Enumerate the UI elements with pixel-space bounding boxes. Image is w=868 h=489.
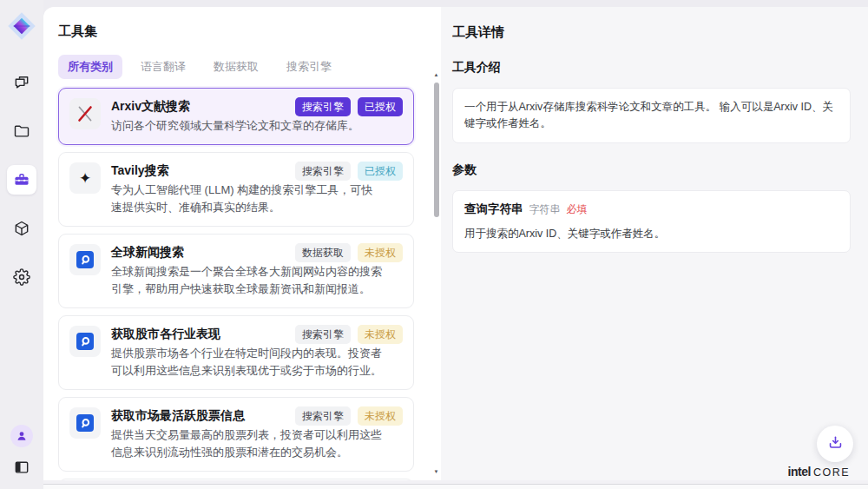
param-type: 字符串	[529, 202, 561, 217]
intro-heading: 工具介绍	[452, 60, 851, 76]
category-tab-1[interactable]: 语言翻译	[131, 55, 195, 79]
category-tab-3[interactable]: 搜索引擎	[277, 55, 341, 79]
quest-icon	[69, 407, 101, 439]
left-sidebar	[0, 0, 43, 489]
param-required-badge: 必填	[567, 202, 588, 217]
quest-icon	[69, 244, 101, 275]
tab-label: 所有类别	[68, 60, 113, 73]
tool-description: 全球新闻搜索是一个聚合全球各大新闻网站内容的搜索引擎，帮助用户快速获取全球最新资…	[111, 263, 382, 298]
param-desc: 用于搜索的Arxiv ID、关键字或作者姓名。	[464, 226, 838, 241]
chat-icon[interactable]	[7, 68, 36, 97]
download-icon	[827, 434, 844, 454]
scroll-down-arrow[interactable]: ▼	[432, 468, 440, 475]
tool-detail-panel: 工具详情 工具介绍 一个用于从Arxiv存储库搜索科学论文和文章的工具。 输入可…	[441, 7, 868, 480]
tab-label: 语言翻译	[141, 60, 186, 73]
category-badge: 搜索引擎	[295, 406, 351, 426]
param-name: 查询字符串	[464, 202, 523, 217]
parameter-card: 查询字符串 字符串 必填 用于搜索的Arxiv ID、关键字或作者姓名。	[452, 190, 851, 253]
category-tabs: 所有类别 语言翻译 数据获取 搜索引擎	[58, 55, 427, 79]
auth-status-badge: 未授权	[358, 243, 403, 262]
tool-list-item[interactable]: 全球新闻搜索 全球新闻搜索是一个聚合全球各大新闻网站内容的搜索引擎，帮助用户快速…	[58, 234, 414, 308]
category-badge: 搜索引擎	[295, 162, 351, 181]
category-tab-0[interactable]: 所有类别	[58, 55, 122, 79]
auth-status-badge: 未授权	[358, 406, 403, 426]
window-bottom-strip-2	[43, 485, 868, 489]
panels-icon[interactable]	[10, 456, 33, 479]
list-scrollbar[interactable]: ▲ ▼	[432, 71, 440, 475]
page-title: 工具集	[58, 23, 427, 40]
scroll-up-arrow[interactable]: ▲	[432, 71, 440, 78]
user-avatar-icon[interactable]	[10, 425, 33, 447]
arxiv-icon	[69, 98, 101, 129]
tool-description: 访问各个研究领域大量科学论文和文章的存储库。	[111, 117, 382, 135]
quest-icon	[69, 326, 101, 357]
category-badge: 数据获取	[295, 243, 351, 262]
tool-description: 提供当天交易量最高的股票列表，投资者可以利用这些信息来识别流动性强的股票和潜在的…	[111, 426, 382, 461]
tab-label: 数据获取	[214, 60, 259, 73]
params-heading: 参数	[452, 162, 851, 178]
tab-label: 搜索引擎	[286, 60, 332, 73]
auth-status-badge: 未授权	[358, 325, 403, 344]
detail-title: 工具详情	[452, 24, 851, 41]
scrollbar-thumb[interactable]	[434, 83, 439, 217]
tool-list-panel: 工具集 所有类别 语言翻译 数据获取 搜索引擎 Arxiv文献搜索 访问各个研究…	[43, 7, 441, 480]
download-button[interactable]	[817, 426, 853, 462]
tool-list-item[interactable]: Arxiv文献搜索 访问各个研究领域大量科学论文和文章的存储库。 搜索引擎 已授…	[58, 88, 414, 145]
tool-list-item[interactable]: 获取市场最活跃股票信息 提供当天交易量最高的股票列表，投资者可以利用这些信息来识…	[58, 397, 414, 472]
cube-icon[interactable]	[7, 214, 36, 243]
category-badge: 搜索引擎	[295, 97, 351, 116]
tool-description: 提供股票市场各个行业在特定时间段内的表现。投资者可以利用这些信息来识别表现优于或…	[111, 345, 382, 380]
app-logo	[6, 10, 37, 45]
folder-icon[interactable]	[7, 116, 36, 146]
tool-list: Arxiv文献搜索 访问各个研究领域大量科学论文和文章的存储库。 搜索引擎 已授…	[43, 88, 441, 480]
auth-status-badge: 已授权	[358, 162, 403, 181]
tool-list-item[interactable]: ✦ Tavily搜索 专为人工智能代理 (LLM) 构建的搜索引擎工具，可快速提…	[58, 152, 414, 227]
intel-brand-text: intel	[788, 465, 811, 479]
intel-product-text: core	[813, 466, 850, 479]
intro-card: 一个用于从Arxiv存储库搜索科学论文和文章的工具。 输入可以是Arxiv ID…	[452, 88, 851, 143]
auth-status-badge: 已授权	[358, 97, 403, 116]
category-tab-2[interactable]: 数据获取	[204, 55, 268, 79]
gear-icon[interactable]	[7, 262, 36, 292]
tavily-icon: ✦	[69, 162, 101, 194]
tool-description: 专为人工智能代理 (LLM) 构建的搜索引擎工具，可快速提供实时、准确和真实的结…	[111, 182, 382, 216]
tool-list-item[interactable]: 获取股市各行业表现 提供股票市场各个行业在特定时间段内的表现。投资者可以利用这些…	[58, 315, 414, 390]
category-badge: 搜索引擎	[295, 325, 351, 344]
toolbox-icon-active[interactable]	[7, 165, 36, 195]
intro-text: 一个用于从Arxiv存储库搜索科学论文和文章的工具。 输入可以是Arxiv ID…	[464, 99, 838, 132]
